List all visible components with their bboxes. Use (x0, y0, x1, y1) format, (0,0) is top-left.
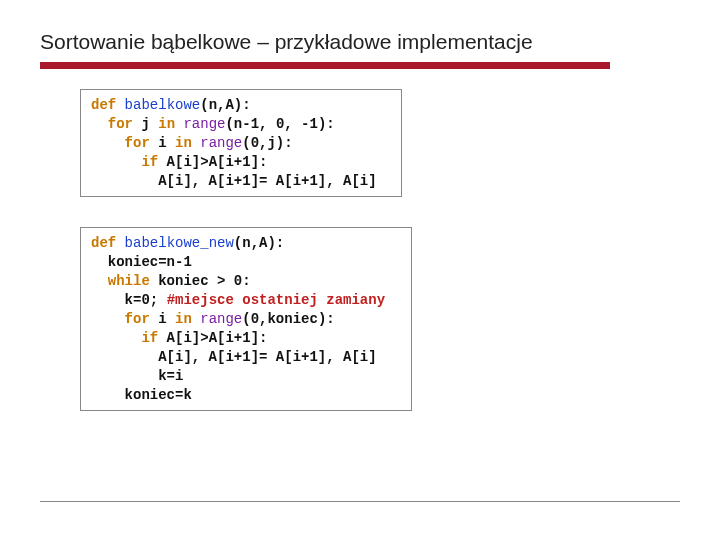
page-title: Sortowanie bąbelkowe – przykładowe imple… (40, 30, 680, 54)
code-block-babelkowe: def babelkowe(n,A): for j in range(n-1, … (80, 89, 402, 197)
code-text: A[i], A[i+1]= A[i+1], A[i] (91, 173, 377, 189)
keyword-while: while (91, 273, 150, 289)
code-text: i (150, 135, 175, 151)
keyword-for: for (91, 311, 150, 327)
code-text: k=0; (91, 292, 167, 308)
title-underline (40, 62, 610, 69)
keyword-for: for (91, 135, 150, 151)
header: Sortowanie bąbelkowe – przykładowe imple… (0, 0, 720, 69)
bottom-divider (40, 501, 680, 502)
keyword-for: for (91, 116, 133, 132)
code-text: (0,koniec): (242, 311, 334, 327)
code-text: koniec=n-1 (91, 254, 192, 270)
keyword-in: in (175, 135, 192, 151)
builtin-range: range (192, 135, 242, 151)
code-text: A[i]>A[i+1]: (158, 154, 267, 170)
keyword-def: def (91, 235, 116, 251)
code-block-babelkowe-new: def babelkowe_new(n,A): koniec=n-1 while… (80, 227, 412, 411)
keyword-in: in (158, 116, 175, 132)
code-text: A[i], A[i+1]= A[i+1], A[i] (91, 349, 377, 365)
builtin-range: range (192, 311, 242, 327)
code-text: A[i]>A[i+1]: (158, 330, 267, 346)
code-text: koniec=k (91, 387, 192, 403)
code-text: (n,A): (200, 97, 250, 113)
code-text: k=i (91, 368, 183, 384)
function-name: babelkowe (116, 97, 200, 113)
code-text: j (133, 116, 158, 132)
function-name: babelkowe_new (116, 235, 234, 251)
code-text: (n-1, 0, -1): (225, 116, 334, 132)
keyword-def: def (91, 97, 116, 113)
code-comment: #miejsce ostatniej zamiany (167, 292, 385, 308)
code-text: koniec > 0: (150, 273, 251, 289)
keyword-if: if (91, 330, 158, 346)
code-text: (n,A): (234, 235, 284, 251)
code-text: (0,j): (242, 135, 292, 151)
keyword-in: in (175, 311, 192, 327)
code-text: i (150, 311, 175, 327)
builtin-range: range (175, 116, 225, 132)
keyword-if: if (91, 154, 158, 170)
